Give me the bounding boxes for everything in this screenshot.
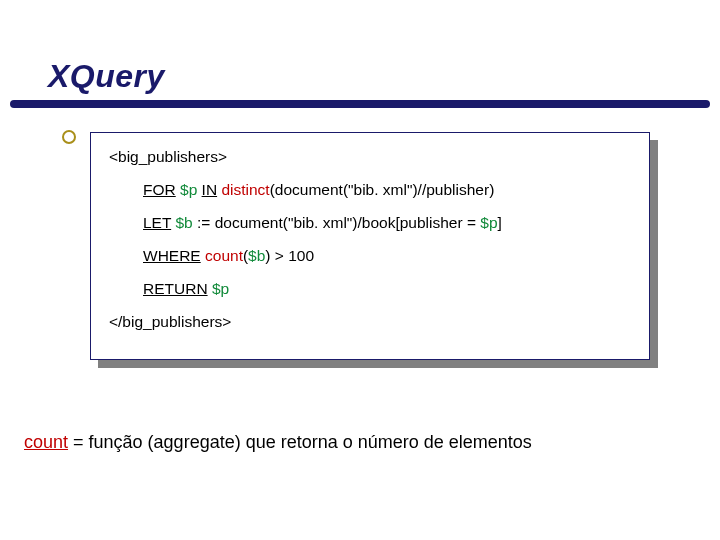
var-p-2: $p xyxy=(480,214,497,231)
fn-count: count xyxy=(205,247,243,264)
caption-rest: = função (aggregate) que retorna o númer… xyxy=(68,432,532,452)
keyword-let: LET xyxy=(143,214,171,231)
code-line-for: FOR $p IN distinct(document("bib. xml")/… xyxy=(109,180,631,201)
bullet-icon xyxy=(62,130,76,144)
let-mid: := document("bib. xml")/book[publisher = xyxy=(193,214,481,231)
keyword-in: IN xyxy=(202,181,218,198)
for-tail: (document("bib. xml")//publisher) xyxy=(270,181,495,198)
code-line-open: <big_publishers> xyxy=(109,147,631,168)
title-underline xyxy=(10,100,710,108)
where-tail: ) > 100 xyxy=(265,247,314,264)
let-tail: ] xyxy=(498,214,502,231)
keyword-for: FOR xyxy=(143,181,176,198)
code-line-let: LET $b := document("bib. xml")/book[publ… xyxy=(109,213,631,234)
code-line-return: RETURN $p xyxy=(109,279,631,300)
code-box: <big_publishers> FOR $p IN distinct(docu… xyxy=(90,132,650,360)
var-b-2: $b xyxy=(248,247,265,264)
code-line-close: </big_publishers> xyxy=(109,312,631,333)
var-p-3: $p xyxy=(212,280,229,297)
caption-count-word: count xyxy=(24,432,68,452)
keyword-where: WHERE xyxy=(143,247,201,264)
code-line-where: WHERE count($b) > 100 xyxy=(109,246,631,267)
fn-distinct: distinct xyxy=(221,181,269,198)
var-p: $p xyxy=(180,181,197,198)
keyword-return: RETURN xyxy=(143,280,208,297)
page-title: XQuery xyxy=(48,58,165,95)
var-b: $b xyxy=(175,214,192,231)
caption: count = função (aggregate) que retorna o… xyxy=(24,432,532,453)
